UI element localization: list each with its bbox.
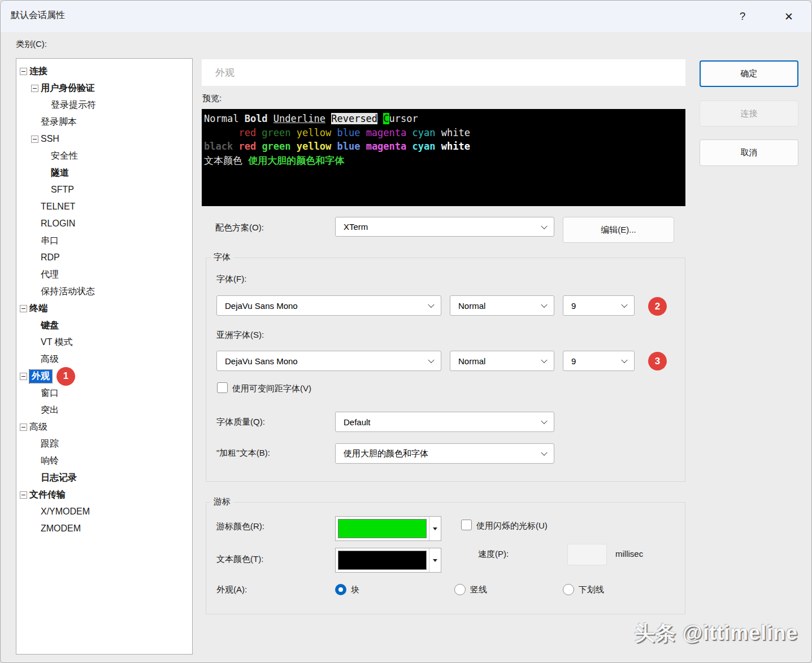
tree-item-login-prompt[interactable]: 登录提示符 bbox=[16, 97, 192, 114]
font-size-select[interactable]: 9 bbox=[563, 295, 635, 316]
bold-text-select[interactable]: 使用大胆的颜色和字体 bbox=[335, 443, 554, 464]
tree-item-terminal[interactable]: 终端 bbox=[16, 300, 192, 317]
bold-text-label: "加粗"文本(B): bbox=[216, 448, 270, 459]
triangle-down-icon bbox=[433, 559, 437, 562]
tree-item-xymodem[interactable]: X/YMODEM bbox=[16, 503, 192, 520]
preview-label: 预览: bbox=[202, 93, 222, 104]
dialog-title: 默认会话属性 bbox=[11, 10, 65, 21]
cursor-color-picker[interactable] bbox=[335, 516, 441, 541]
tree-item-bell[interactable]: 响铃 bbox=[16, 452, 192, 469]
collapse-icon[interactable] bbox=[20, 424, 27, 431]
color-scheme-select[interactable]: XTerm bbox=[335, 217, 554, 237]
triangle-down-icon bbox=[433, 527, 437, 530]
edit-scheme-button[interactable]: 编辑(E)... bbox=[563, 217, 674, 243]
variable-pitch-checkbox[interactable] bbox=[217, 382, 228, 393]
tree-item-connection[interactable]: 连接 bbox=[16, 63, 192, 80]
radio-block[interactable]: 块 bbox=[335, 584, 359, 595]
collapse-icon[interactable] bbox=[20, 68, 27, 75]
tree-item-vt-mode[interactable]: VT 模式 bbox=[16, 334, 192, 351]
speed-label: 速度(P): bbox=[478, 549, 509, 560]
tree-item-appearance[interactable]: 外观 1 bbox=[16, 368, 192, 385]
category-label: 类别(C): bbox=[16, 39, 47, 50]
cancel-button[interactable]: 取消 bbox=[700, 139, 798, 166]
tree-item-proxy[interactable]: 代理 bbox=[16, 266, 192, 283]
preview-line-bold-colors: blackredgreenyellowbluemagentacyanwhite bbox=[204, 139, 683, 154]
tree-item-login-script[interactable]: 登录脚本 bbox=[16, 114, 192, 130]
panel-title: 外观 bbox=[215, 66, 235, 79]
tree-item-highlight[interactable]: 突出 bbox=[16, 402, 192, 418]
color-drop-button[interactable] bbox=[429, 517, 441, 540]
tree-item-tunnel[interactable]: 隧道 bbox=[16, 164, 192, 181]
tree-item-rlogin[interactable]: RLOGIN bbox=[16, 215, 192, 232]
collapse-icon[interactable] bbox=[20, 305, 27, 312]
chevron-down-icon bbox=[541, 418, 547, 424]
close-button[interactable]: ✕ bbox=[775, 5, 803, 28]
tree-item-file-transfer[interactable]: 文件传输 bbox=[16, 486, 192, 503]
title-bar: 默认会话属性 ? ✕ bbox=[1, 1, 811, 32]
cursor-color-swatch bbox=[338, 519, 427, 538]
ok-button[interactable]: 确定 bbox=[700, 60, 798, 87]
terminal-preview: NormalBoldUnderlineReversedCursor redgre… bbox=[202, 109, 685, 206]
speed-unit-label: millisec bbox=[615, 549, 643, 559]
text-color-picker[interactable] bbox=[335, 548, 441, 573]
cursor-group: 游标 bbox=[206, 502, 685, 614]
tree-item-authentication[interactable]: 用户身份验证 bbox=[16, 80, 192, 97]
cursor-group-legend: 游标 bbox=[211, 496, 233, 507]
tree-item-zmodem[interactable]: ZMODEM bbox=[16, 520, 192, 537]
category-tree[interactable]: 连接 用户身份验证 登录提示符 登录脚本 SSH 安全性 隧道 SFTP TEL… bbox=[16, 58, 193, 655]
variable-pitch-label: 使用可变间距字体(V) bbox=[232, 383, 311, 394]
collapse-icon[interactable] bbox=[20, 491, 27, 499]
chevron-down-icon bbox=[541, 302, 547, 308]
tree-item-advanced-terminal[interactable]: 高级 bbox=[16, 351, 192, 368]
collapse-icon[interactable] bbox=[31, 136, 38, 143]
chevron-down-icon bbox=[541, 357, 547, 363]
tree-item-ssh[interactable]: SSH bbox=[16, 130, 192, 147]
step-badge-2: 2 bbox=[648, 297, 667, 316]
chevron-down-icon bbox=[428, 302, 434, 308]
collapse-icon[interactable] bbox=[31, 85, 38, 92]
color-drop-button[interactable] bbox=[429, 548, 441, 572]
connect-button[interactable]: 连接 bbox=[700, 101, 798, 127]
tree-item-trace[interactable]: 跟踪 bbox=[16, 435, 192, 452]
tree-item-advanced[interactable]: 高级 bbox=[16, 418, 192, 435]
tree-item-logging[interactable]: 日志记录 bbox=[16, 469, 192, 486]
help-button[interactable]: ? bbox=[728, 5, 757, 28]
session-properties-dialog: 默认会话属性 ? ✕ 类别(C): 连接 用户身份验证 登录提示符 登录脚本 S… bbox=[0, 0, 812, 663]
tree-item-serial[interactable]: 串口 bbox=[16, 232, 192, 249]
cursor-color-label: 游标颜色(R): bbox=[216, 521, 264, 532]
font-quality-label: 字体质量(Q): bbox=[216, 417, 265, 428]
tree-item-sftp[interactable]: SFTP bbox=[16, 181, 192, 198]
font-label: 字体(F): bbox=[216, 274, 246, 285]
collapse-icon[interactable] bbox=[20, 373, 27, 380]
asian-font-size-select[interactable]: 9 bbox=[563, 351, 635, 371]
chevron-down-icon bbox=[541, 450, 547, 456]
font-quality-select[interactable]: Default bbox=[335, 412, 554, 432]
close-icon: ✕ bbox=[784, 10, 793, 23]
chevron-down-icon bbox=[621, 302, 627, 308]
preview-line-dim-colors: redgreenyellowbluemagentacyanwhite bbox=[204, 126, 683, 140]
blink-cursor-checkbox[interactable] bbox=[461, 520, 472, 530]
tree-item-rdp[interactable]: RDP bbox=[16, 249, 192, 266]
preview-line-text-color: 文本颜色 使用大胆的颜色和字体 bbox=[204, 154, 683, 168]
tree-item-security[interactable]: 安全性 bbox=[16, 147, 192, 164]
step-badge-3: 3 bbox=[648, 352, 667, 370]
chevron-down-icon bbox=[428, 357, 434, 363]
preview-line-styles: NormalBoldUnderlineReversedCursor bbox=[204, 112, 683, 126]
tree-item-keepalive[interactable]: 保持活动状态 bbox=[16, 283, 192, 300]
font-family-select[interactable]: DejaVu Sans Mono bbox=[216, 295, 441, 316]
tree-item-keyboard[interactable]: 键盘 bbox=[16, 317, 192, 334]
asian-font-style-select[interactable]: Normal bbox=[450, 351, 554, 371]
radio-vertical-line[interactable]: 竖线 bbox=[454, 584, 487, 595]
help-icon: ? bbox=[740, 10, 746, 23]
font-style-select[interactable]: Normal bbox=[450, 295, 554, 316]
tree-item-window[interactable]: 窗口 bbox=[16, 385, 192, 402]
tree-item-telnet[interactable]: TELNET bbox=[16, 198, 192, 215]
asian-font-family-select[interactable]: DejaVu Sans Mono bbox=[216, 351, 441, 371]
asian-font-label: 亚洲字体(S): bbox=[216, 330, 264, 341]
radio-underline[interactable]: 下划线 bbox=[563, 584, 604, 595]
cursor-appearance-label: 外观(A): bbox=[216, 585, 247, 595]
watermark: 头条 @ittimeline bbox=[635, 620, 798, 647]
text-color-swatch bbox=[338, 551, 427, 570]
chevron-down-icon bbox=[541, 223, 547, 229]
speed-input[interactable] bbox=[567, 544, 607, 565]
